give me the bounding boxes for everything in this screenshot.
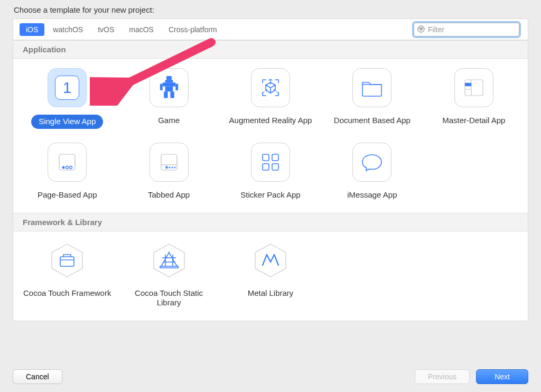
template-tabbed-app[interactable]: ★ Tabbed App	[118, 143, 219, 201]
template-label: Game	[158, 116, 180, 125]
svg-point-21	[70, 166, 72, 169]
svg-point-27	[174, 166, 175, 168]
template-label: Augmented Reality App	[229, 116, 312, 125]
svg-point-19	[62, 166, 65, 169]
svg-rect-2	[165, 80, 173, 82]
framework-icon	[48, 241, 87, 280]
template-label: Tabbed App	[148, 190, 190, 199]
svg-rect-7	[164, 91, 167, 98]
svg-marker-41	[255, 244, 286, 277]
template-label: Master-Detail App	[442, 116, 505, 125]
imessage-icon	[352, 143, 391, 182]
game-icon	[150, 68, 189, 107]
static-library-icon	[150, 241, 189, 280]
previous-button: Previous	[415, 369, 470, 384]
tab-cross-platform[interactable]: Cross-platform	[162, 23, 223, 36]
template-label: iMessage App	[347, 190, 397, 199]
svg-point-20	[66, 166, 69, 169]
svg-rect-6	[165, 87, 173, 92]
svg-rect-4	[160, 84, 162, 90]
document-icon	[352, 68, 391, 107]
svg-marker-32	[52, 244, 82, 277]
platform-tabs: iOS watchOS tvOS macOS Cross-platform	[13, 19, 528, 40]
augmented-reality-icon	[251, 68, 290, 107]
filter-field[interactable]	[414, 23, 519, 36]
svg-rect-18	[59, 154, 75, 170]
next-button[interactable]: Next	[476, 369, 528, 384]
template-metal-library[interactable]: Metal Library	[220, 241, 321, 310]
template-cocoa-touch-static-library[interactable]: Cocoa Touch Static Library	[118, 241, 219, 310]
template-label: Sticker Pack App	[240, 190, 300, 199]
sticker-pack-icon	[251, 143, 290, 182]
template-sticker-pack-app[interactable]: Sticker Pack App	[220, 143, 321, 201]
template-game[interactable]: Game	[118, 68, 219, 129]
template-label: Metal Library	[248, 288, 294, 297]
template-label: Cocoa Touch Static Library	[135, 288, 203, 307]
svg-text:★: ★	[164, 164, 169, 170]
template-label: Single View App	[39, 117, 96, 126]
template-imessage-app[interactable]: iMessage App	[321, 143, 423, 201]
svg-rect-3	[162, 82, 175, 86]
tab-macos[interactable]: macOS	[123, 23, 160, 36]
svg-marker-35	[154, 244, 184, 277]
template-chooser: iOS watchOS tvOS macOS Cross-platform Ap…	[13, 18, 528, 321]
template-label: Cocoa Touch Framework	[23, 288, 111, 297]
template-page-based-app[interactable]: Page-Based App	[16, 143, 118, 201]
template-cocoa-touch-framework[interactable]: Cocoa Touch Framework	[16, 241, 118, 310]
section-header-framework: Framework & Library	[13, 213, 528, 231]
framework-grid: Cocoa Touch Framework Cocoa Touch Static…	[13, 231, 528, 321]
template-label: Document Based App	[334, 116, 411, 125]
svg-rect-30	[263, 164, 269, 170]
svg-rect-29	[272, 154, 278, 161]
svg-line-10	[277, 92, 278, 93]
svg-point-26	[171, 166, 173, 168]
svg-rect-28	[263, 154, 269, 161]
application-grid: 1 Single View App Game	[13, 59, 528, 213]
tab-watchos[interactable]: watchOS	[46, 23, 89, 36]
tab-ios[interactable]: iOS	[20, 23, 44, 36]
tab-tvos[interactable]: tvOS	[91, 23, 120, 36]
filter-icon	[417, 25, 425, 34]
footer: Cancel Previous Next	[0, 361, 541, 392]
template-master-detail-app[interactable]: Master-Detail App	[423, 68, 525, 129]
template-single-view-app[interactable]: 1 Single View App	[16, 68, 118, 129]
dialog-title: Choose a template for your new project:	[0, 0, 541, 18]
template-label: Page-Based App	[38, 190, 97, 199]
tabbed-icon: ★	[150, 143, 189, 182]
svg-rect-12	[465, 80, 483, 96]
page-based-icon	[48, 143, 87, 182]
template-augmented-reality-app[interactable]: Augmented Reality App	[220, 68, 321, 129]
filter-input[interactable]	[428, 25, 520, 34]
svg-rect-1	[166, 76, 172, 80]
svg-point-25	[169, 166, 170, 168]
metal-icon	[251, 241, 290, 280]
svg-rect-8	[170, 91, 174, 98]
cancel-button[interactable]: Cancel	[13, 369, 62, 384]
master-detail-icon	[454, 68, 493, 107]
svg-line-11	[263, 92, 264, 93]
template-document-based-app[interactable]: Document Based App	[321, 68, 423, 129]
svg-rect-5	[175, 84, 178, 90]
svg-rect-17	[465, 83, 471, 86]
svg-rect-31	[272, 164, 278, 170]
section-header-application: Application	[13, 40, 528, 59]
single-view-icon: 1	[48, 68, 87, 107]
